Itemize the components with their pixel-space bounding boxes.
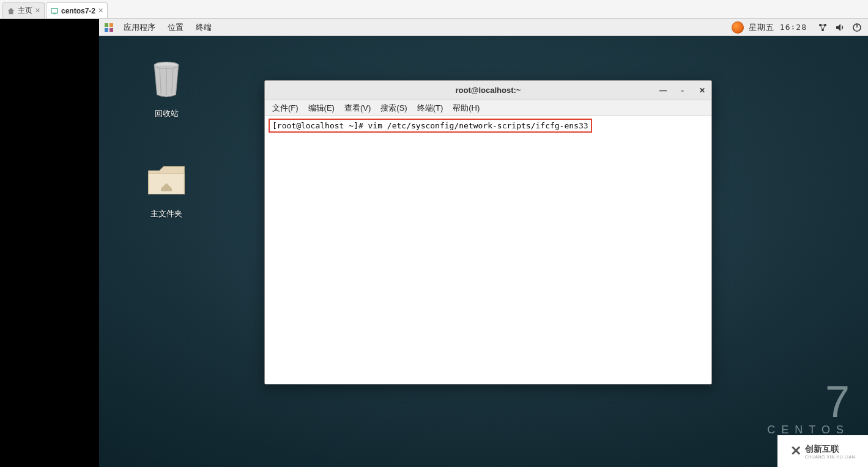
svg-rect-1 [53,13,56,14]
logo-brand: 创新互联 [805,444,856,455]
terminal-body[interactable]: [root@localhost ~]# vim /etc/sysconfig/n… [265,116,711,384]
menu-edit[interactable]: 编辑(E) [303,103,339,114]
menu-terminal[interactable]: 终端 [190,22,218,33]
applications-icon [104,23,114,32]
command-line: [root@localhost ~]# vim /etc/sysconfig/n… [269,119,592,133]
trash-glyph-icon [142,56,191,105]
terminal-menubar: 文件(F) 编辑(E) 查看(V) 搜索(S) 终端(T) 帮助(H) [265,100,711,116]
system-tray [812,23,868,32]
close-icon[interactable]: ✕ [697,86,708,95]
minimize-icon[interactable]: — [658,86,669,95]
svg-rect-2 [105,23,108,27]
network-icon[interactable] [818,23,828,32]
command: vim /etc/sysconfig/network-scripts/ifcfg… [368,121,588,130]
trash-icon[interactable]: 回收站 [136,56,197,119]
left-gutter [0,19,99,467]
tab-home[interactable]: 主页 ✕ [2,2,45,18]
menu-places[interactable]: 位置 [161,22,190,33]
clock[interactable]: 星期五 16∶28 [744,22,812,33]
tab-label: 主页 [18,6,32,16]
close-icon[interactable]: ✕ [35,7,40,15]
watermark-name: CENTOS [767,424,850,436]
menu-terminal[interactable]: 终端(T) [412,103,448,114]
close-icon[interactable]: ✕ [98,7,103,15]
tab-label: centos7-2 [61,7,95,15]
centos-watermark: 7 CENTOS [767,384,850,436]
power-icon[interactable] [852,23,862,32]
desktop-icons: 回收站 主文件夹 [136,56,197,256]
logo-mark-icon: ✕ [790,443,801,459]
menu-view[interactable]: 查看(V) [339,103,376,114]
home-label: 主文件夹 [150,208,182,219]
home-icon [7,7,15,15]
home-folder-icon[interactable]: 主文件夹 [136,156,197,219]
svg-rect-3 [109,23,113,27]
folder-glyph-icon [142,156,191,205]
svg-rect-4 [105,28,108,32]
menu-file[interactable]: 文件(F) [267,103,303,114]
vm-icon [50,7,59,15]
vmware-tabs: 主页 ✕ centos7-2 ✕ [0,0,868,19]
maximize-icon[interactable]: ▫ [677,86,688,95]
svg-rect-0 [51,8,58,13]
window-buttons: — ▫ ✕ [658,81,708,100]
prompt: [root@localhost ~]# [272,121,368,130]
menu-applications[interactable]: 应用程序 [117,22,161,33]
menu-help[interactable]: 帮助(H) [448,103,484,114]
terminal-window: root@localhost:~ — ▫ ✕ 文件(F) 编辑(E) 查看(V)… [264,80,712,384]
update-badge-icon[interactable] [732,21,744,34]
content-row: 应用程序 位置 终端 星期五 16∶28 [0,19,868,467]
tab-centos7-2[interactable]: centos7-2 ✕ [46,2,108,18]
logo-sub: CHUANG XIN HU LIAN [805,455,856,459]
window-title: root@localhost:~ [456,86,521,95]
menu-search[interactable]: 搜索(S) [376,103,412,114]
guest-desktop[interactable]: 应用程序 位置 终端 星期五 16∶28 [99,19,868,467]
watermark-num: 7 [767,384,850,420]
gnome-top-panel: 应用程序 位置 终端 星期五 16∶28 [99,19,868,36]
volume-icon[interactable] [835,23,845,32]
trash-label: 回收站 [155,108,179,119]
watermark-logo: ✕ 创新互联 CHUANG XIN HU LIAN [777,435,868,467]
titlebar[interactable]: root@localhost:~ — ▫ ✕ [265,81,711,100]
svg-rect-5 [109,28,113,32]
